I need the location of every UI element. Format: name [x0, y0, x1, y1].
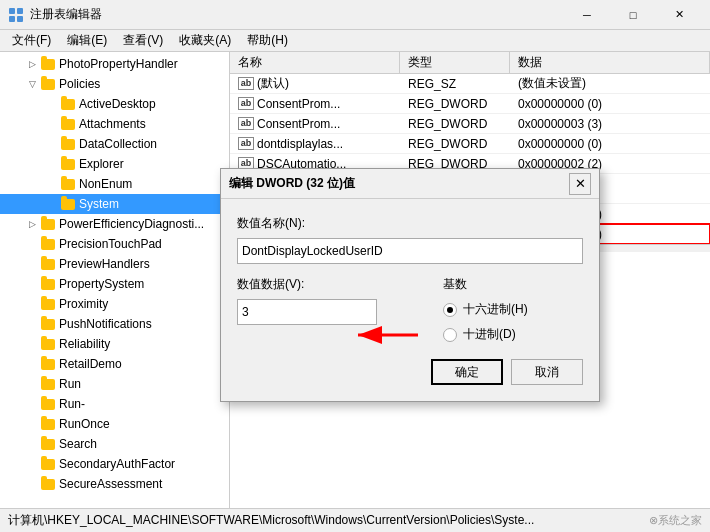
edit-dword-dialog: 编辑 DWORD (32 位)值 ✕ 数值名称(N): 数值数据(V): 基数 …: [220, 168, 600, 402]
maximize-button[interactable]: □: [610, 0, 656, 30]
tree-item-powerefficiency[interactable]: ▷ PowerEfficiencyDiagnosti...: [0, 214, 229, 234]
menu-favorites[interactable]: 收藏夹(A): [171, 30, 239, 51]
tree-item-activedesktop[interactable]: ▷ ActiveDesktop: [0, 94, 229, 114]
tree-item-explorer[interactable]: ▷ Explorer: [0, 154, 229, 174]
reg-value-icon: ab: [238, 136, 254, 152]
svg-rect-3: [17, 16, 23, 22]
tree-label: Explorer: [79, 157, 124, 171]
tree-item-run[interactable]: Run: [0, 374, 229, 394]
ok-button[interactable]: 确定: [431, 359, 503, 385]
dialog-data-section: 数值数据(V):: [237, 276, 427, 343]
tree-item-system[interactable]: ▷ System: [0, 194, 229, 214]
folder-icon: [40, 236, 56, 252]
tree-item-propertysystem[interactable]: PropertySystem: [0, 274, 229, 294]
tree-label: SecureAssessment: [59, 477, 162, 491]
folder-icon: [60, 196, 76, 212]
registry-row-2[interactable]: ab ConsentProm... REG_DWORD 0x00000003 (…: [230, 114, 710, 134]
cell-type-default: REG_SZ: [400, 77, 510, 91]
close-button[interactable]: ✕: [656, 0, 702, 30]
svg-rect-2: [9, 16, 15, 22]
folder-icon: [40, 476, 56, 492]
tree-item-nonenum[interactable]: ▷ NonEnum: [0, 174, 229, 194]
tree-item-datacollection[interactable]: ▷ DataCollection: [0, 134, 229, 154]
tree-item-search[interactable]: Search: [0, 434, 229, 454]
radio-group-base: 十六进制(H) 十进制(D): [443, 301, 583, 343]
folder-icon: [40, 436, 56, 452]
svg-rect-0: [9, 8, 15, 14]
tree-label: PhotoPropertyHandler: [59, 57, 178, 71]
tree-item-reliability[interactable]: Reliability: [0, 334, 229, 354]
tree-item-secondaryauthfactor[interactable]: SecondaryAuthFactor: [0, 454, 229, 474]
radio-decimal-label: 十进制(D): [463, 326, 516, 343]
tree-item-policies[interactable]: ▽ Policies: [0, 74, 229, 94]
registry-row-1[interactable]: ab ConsentProm... REG_DWORD 0x00000000 (…: [230, 94, 710, 114]
dialog-data-input[interactable]: [237, 299, 377, 325]
status-bar: 计算机\HKEY_LOCAL_MACHINE\SOFTWARE\Microsof…: [0, 508, 710, 532]
col-type[interactable]: 类型: [400, 52, 510, 74]
tree-label: Run-: [59, 397, 85, 411]
expand-icon: ▽: [24, 76, 40, 92]
radio-hex[interactable]: 十六进制(H): [443, 301, 583, 318]
menu-edit[interactable]: 编辑(E): [59, 30, 115, 51]
dialog-body: 数值名称(N): 数值数据(V): 基数 十六进制(H) 十进制(D): [221, 199, 599, 401]
tree-item-runonce[interactable]: RunOnce: [0, 414, 229, 434]
folder-icon: [60, 176, 76, 192]
menu-help[interactable]: 帮助(H): [239, 30, 296, 51]
tree-label: Reliability: [59, 337, 110, 351]
minimize-button[interactable]: ─: [564, 0, 610, 30]
radio-hex-label: 十六进制(H): [463, 301, 528, 318]
status-path: 计算机\HKEY_LOCAL_MACHINE\SOFTWARE\Microsof…: [8, 512, 534, 529]
cell-type-2: REG_DWORD: [400, 117, 510, 131]
folder-icon: [40, 416, 56, 432]
folder-icon: [40, 256, 56, 272]
cell-name-2: ab ConsentProm...: [230, 116, 400, 132]
registry-row-3[interactable]: ab dontdisplaylas... REG_DWORD 0x0000000…: [230, 134, 710, 154]
dialog-title-bar: 编辑 DWORD (32 位)值 ✕: [221, 169, 599, 199]
tree-label: Policies: [59, 77, 100, 91]
tree-item-previewhandlers[interactable]: PreviewHandlers: [0, 254, 229, 274]
tree-label: NonEnum: [79, 177, 132, 191]
col-name[interactable]: 名称: [230, 52, 400, 74]
tree-item-photopropertyhandler[interactable]: ▷ PhotoPropertyHandler: [0, 54, 229, 74]
reg-value-icon: ab: [238, 96, 254, 112]
tree-item-pushnotifications[interactable]: PushNotifications: [0, 314, 229, 334]
tree-item-run-minus[interactable]: Run-: [0, 394, 229, 414]
cell-data-2: 0x00000003 (3): [510, 117, 710, 131]
tree-label: Attachments: [79, 117, 146, 131]
tree-label: Search: [59, 437, 97, 451]
dialog-close-button[interactable]: ✕: [569, 173, 591, 195]
app-icon: [8, 7, 24, 23]
cell-data-default: (数值未设置): [510, 75, 710, 92]
menu-file[interactable]: 文件(F): [4, 30, 59, 51]
tree-label: PushNotifications: [59, 317, 152, 331]
folder-icon: [40, 316, 56, 332]
dialog-name-input[interactable]: [237, 238, 583, 264]
tree-label: SecondaryAuthFactor: [59, 457, 175, 471]
radio-decimal[interactable]: 十进制(D): [443, 326, 583, 343]
folder-icon: [60, 156, 76, 172]
tree-label: RunOnce: [59, 417, 110, 431]
dialog-buttons: 确定 取消: [237, 359, 583, 385]
tree-label: System: [79, 197, 119, 211]
tree-item-attachments[interactable]: ▷ Attachments: [0, 114, 229, 134]
tree-item-precisiontouchpad[interactable]: PrecisionTouchPad: [0, 234, 229, 254]
menu-view[interactable]: 查看(V): [115, 30, 171, 51]
tree-item-retaildemo[interactable]: RetailDemo: [0, 354, 229, 374]
col-data[interactable]: 数据: [510, 52, 710, 74]
dialog-data-label: 数值数据(V):: [237, 276, 427, 293]
cancel-button[interactable]: 取消: [511, 359, 583, 385]
folder-icon: [40, 376, 56, 392]
tree-label: ActiveDesktop: [79, 97, 156, 111]
registry-row-default[interactable]: ab (默认) REG_SZ (数值未设置): [230, 74, 710, 94]
folder-icon: [40, 356, 56, 372]
cell-data-1: 0x00000000 (0): [510, 97, 710, 111]
dialog-name-label: 数值名称(N):: [237, 215, 583, 232]
tree-label: PowerEfficiencyDiagnosti...: [59, 217, 204, 231]
folder-icon: [60, 136, 76, 152]
tree-item-secureassessment[interactable]: SecureAssessment: [0, 474, 229, 494]
tree-label: PreviewHandlers: [59, 257, 150, 271]
tree-item-proximity[interactable]: Proximity: [0, 294, 229, 314]
dialog-row: 数值数据(V): 基数 十六进制(H) 十进制(D): [237, 276, 583, 343]
folder-icon: [40, 276, 56, 292]
tree-label: PropertySystem: [59, 277, 144, 291]
